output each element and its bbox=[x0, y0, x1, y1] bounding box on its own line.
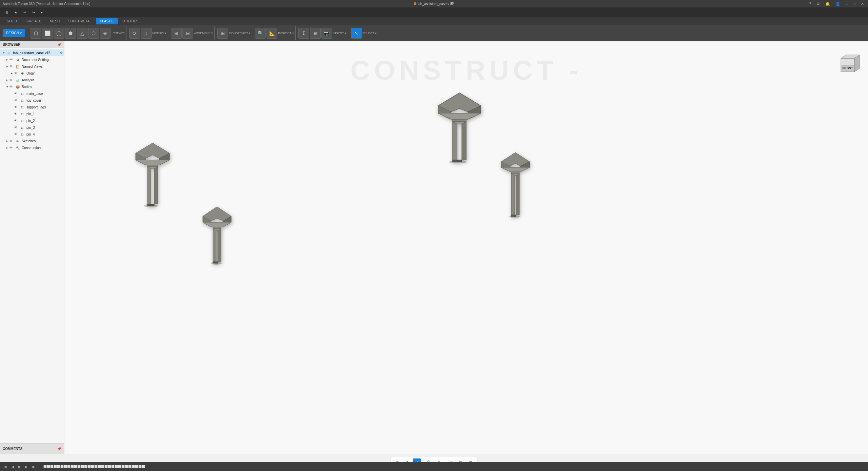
pin-object-4[interactable] bbox=[498, 150, 532, 218]
notifications-icon[interactable]: 🔔 bbox=[824, 2, 831, 6]
co-eye[interactable]: 👁 bbox=[9, 146, 14, 149]
origin-eye[interactable]: 👁 bbox=[14, 71, 19, 75]
browser-main-case[interactable]: 👁 □ main_case bbox=[0, 90, 64, 97]
create-tool-6[interactable]: ⬡ bbox=[88, 28, 99, 39]
menu-run[interactable]: ▸ bbox=[38, 9, 45, 15]
svg-marker-18 bbox=[203, 222, 231, 227]
timeline-items[interactable]: ⬜⬜⬜⬜⬜⬜⬜⬜⬜⬜⬜⬜⬜⬜⬜⬜⬜⬜⬜⬜⬜⬜⬜⬜⬜⬜⬜⬜⬜⬜ bbox=[43, 465, 145, 468]
modify-icon-1[interactable]: ⟳ bbox=[129, 28, 140, 39]
menu-grid[interactable]: ⊞ bbox=[3, 9, 11, 15]
create-icon-4[interactable]: ⬟ bbox=[65, 28, 76, 39]
pin-object-3[interactable] bbox=[434, 89, 485, 164]
browser-support-legs[interactable]: 👁 □ support_legs bbox=[0, 104, 64, 110]
user-icon[interactable]: 👤 bbox=[834, 2, 842, 6]
comments-bar: COMMENTS 📌 bbox=[0, 443, 64, 454]
browser-construction[interactable]: ▸ 👁 🔧 Construction bbox=[0, 144, 64, 151]
create-tool-3[interactable]: ◯ bbox=[54, 28, 64, 39]
nav-cube[interactable]: FRONT bbox=[834, 48, 861, 75]
app-title: Autodesk Fusion 360 (Personal - Not for … bbox=[3, 2, 90, 6]
views-eye[interactable]: 👁 bbox=[9, 65, 14, 68]
skip-start-btn[interactable]: ⏮ bbox=[3, 464, 9, 469]
browser-pin[interactable]: 📌 bbox=[57, 43, 61, 46]
tab-utilities[interactable]: UTILITIES bbox=[118, 18, 142, 24]
browser-bodies[interactable]: ▾ 👁 📦 Bodies bbox=[0, 83, 64, 90]
views-expand: ▸ bbox=[5, 65, 9, 68]
menu-undo[interactable]: ↩ bbox=[21, 9, 29, 15]
sk-icon: ✏ bbox=[15, 138, 20, 144]
tc-eye[interactable]: 👁 bbox=[14, 99, 19, 102]
browser-root[interactable]: ▾ ⊞ lab_assistant_case v15 ⚙ bbox=[0, 49, 64, 56]
comments-pin[interactable]: 📌 bbox=[57, 447, 61, 451]
create-tool-1[interactable]: ⬡ bbox=[31, 28, 41, 39]
browser-top-cover[interactable]: 👁 □ top_cover bbox=[0, 97, 64, 104]
mc-eye[interactable]: 👁 bbox=[14, 92, 19, 95]
browser-pin-3[interactable]: 👁 □ pin_3 bbox=[0, 124, 64, 131]
browser-pin-1[interactable]: 👁 □ pin_1 bbox=[0, 110, 64, 117]
p1-eye[interactable]: 👁 bbox=[14, 112, 19, 116]
inspect-icon-2[interactable]: 📐 bbox=[267, 28, 277, 39]
toolbar-tabs: SOLID SURFACE MESH SHEET METAL PLASTIC U… bbox=[0, 17, 868, 25]
browser-sketches[interactable]: ▸ 👁 ✏ Sketches bbox=[0, 138, 64, 144]
svg-marker-1 bbox=[841, 58, 854, 65]
menu-file[interactable]: ★ bbox=[12, 9, 20, 15]
help-icon[interactable]: ? bbox=[808, 2, 812, 6]
pin-object-1[interactable] bbox=[132, 140, 173, 208]
tab-mesh[interactable]: MESH bbox=[46, 18, 64, 24]
viewport[interactable]: CONSTRUCT - FRONT bbox=[64, 41, 868, 454]
close-button[interactable]: ✕ bbox=[860, 2, 865, 6]
p2-eye[interactable]: 👁 bbox=[14, 119, 19, 122]
prev-btn[interactable]: ◀ bbox=[10, 464, 16, 469]
tab-solid[interactable]: SOLID bbox=[3, 18, 21, 24]
browser-named-views[interactable]: ▸ 👁 📋 Named Views bbox=[0, 63, 64, 70]
insert-icon-2[interactable]: ⊕ bbox=[310, 28, 321, 39]
maximize-button[interactable]: □ bbox=[852, 2, 857, 6]
browser-doc-settings[interactable]: ▸ 👁 ⚙ Document Settings bbox=[0, 56, 64, 63]
browser-pin-2[interactable]: 👁 □ pin_2 bbox=[0, 117, 64, 124]
sl-icon: □ bbox=[20, 104, 25, 110]
menu-redo[interactable]: ↪ bbox=[29, 9, 38, 15]
menu-bar: ⊞ ★ ↩ ↪ ▸ bbox=[0, 7, 868, 17]
bodies-eye[interactable]: 👁 bbox=[9, 85, 14, 88]
pin-object-2[interactable] bbox=[200, 204, 234, 266]
select-icon[interactable]: ↖ bbox=[351, 28, 362, 39]
assemble-icon-1[interactable]: ⊞ bbox=[171, 28, 182, 39]
analysis-eye[interactable]: 👁 bbox=[9, 78, 14, 82]
browser-analysis[interactable]: ▸ 👁 📊 Analysis bbox=[0, 77, 64, 83]
insert-icon-1[interactable]: ↧ bbox=[298, 28, 309, 39]
browser-pin-4[interactable]: 👁 □ pin_4 bbox=[0, 131, 64, 138]
modify-icon-2[interactable]: ↕ bbox=[141, 28, 152, 39]
insert-icon-3[interactable]: 📷 bbox=[321, 28, 332, 39]
doc-eye[interactable]: 👁 bbox=[9, 58, 14, 61]
p4-eye[interactable]: 👁 bbox=[14, 132, 19, 136]
settings-icon[interactable]: ⚙ bbox=[815, 2, 821, 6]
file-title: lab_assistant_case v15* bbox=[418, 2, 454, 6]
tab-surface[interactable]: SURFACE bbox=[21, 18, 45, 24]
svg-text:FRONT: FRONT bbox=[843, 66, 853, 70]
create-tool-4[interactable]: ⬟ bbox=[65, 28, 76, 39]
create-tool-2[interactable]: ⬜ bbox=[42, 28, 53, 39]
sl-eye[interactable]: 👁 bbox=[14, 105, 19, 109]
inspect-icon-1[interactable]: 🔍 bbox=[255, 28, 266, 39]
create-icon-7[interactable]: ⊕ bbox=[100, 28, 111, 39]
create-icon-1[interactable]: ⬡ bbox=[31, 28, 41, 39]
create-tool-5[interactable]: △ bbox=[77, 28, 87, 39]
create-icon-3[interactable]: ◯ bbox=[54, 28, 64, 39]
browser-origin[interactable]: ▸ 👁 ⊕ Origin bbox=[0, 70, 64, 77]
tab-sheet-metal[interactable]: SHEET METAL bbox=[64, 18, 96, 24]
create-icon-2[interactable]: ⬜ bbox=[42, 28, 53, 39]
tab-plastic[interactable]: PLASTIC bbox=[96, 18, 118, 24]
next-btn[interactable]: ▶ bbox=[24, 464, 29, 469]
construct-icon-1[interactable]: ⊞ bbox=[217, 28, 228, 39]
play-btn[interactable]: ▶ bbox=[17, 464, 22, 469]
create-tool-7[interactable]: ⊕ bbox=[100, 28, 111, 39]
assemble-icon-2[interactable]: ⊟ bbox=[182, 28, 193, 39]
sk-eye[interactable]: 👁 bbox=[9, 139, 14, 143]
minimize-button[interactable]: – bbox=[844, 2, 849, 6]
create-icon-6[interactable]: ⬡ bbox=[88, 28, 99, 39]
create-icon-5[interactable]: △ bbox=[77, 28, 87, 39]
skip-end-btn[interactable]: ⏭ bbox=[31, 464, 37, 469]
root-settings[interactable]: ⚙ bbox=[60, 51, 63, 55]
browser-panel: BROWSER 📌 ▾ ⊞ lab_assistant_case v15 ⚙ ▸… bbox=[0, 41, 64, 454]
p3-eye[interactable]: 👁 bbox=[14, 126, 19, 129]
design-button[interactable]: DESIGN ▾ bbox=[3, 29, 25, 37]
